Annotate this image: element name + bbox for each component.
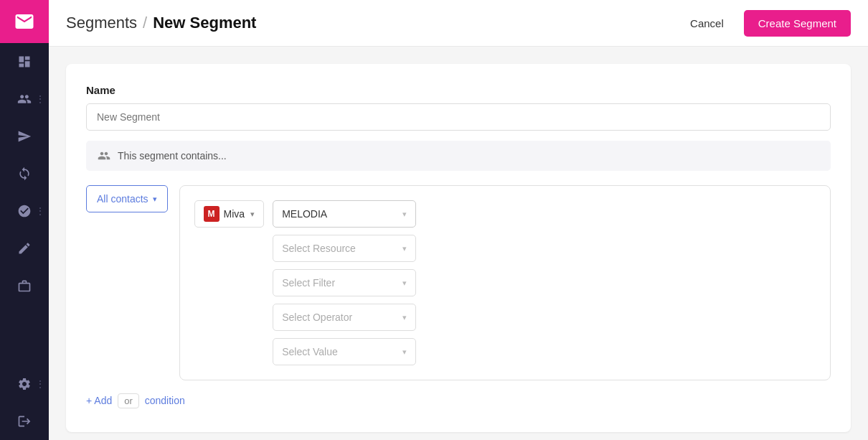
resource-chevron-icon: ▾ [402,244,407,253]
name-label: Name [86,84,831,96]
add-button[interactable]: + Add [86,392,112,409]
or-badge: or [118,393,139,408]
sidebar-item-integrations[interactable]: ⋮ [0,192,49,230]
integration-chevron-icon: ▾ [250,210,255,219]
create-segment-button[interactable]: Create Segment [744,10,851,37]
automations-icon [17,167,32,181]
products-icon [17,278,32,293]
page-header: Segments / New Segment Cancel Create Seg… [49,0,868,47]
filter-placeholder: Select Filter [282,277,335,289]
condition-link[interactable]: condition [145,395,185,406]
all-contacts-label: All contacts [97,193,148,205]
email-icon [14,11,35,32]
logout-icon [17,414,32,429]
filter-chevron-icon: ▾ [402,278,407,288]
integration-name: Miva [224,208,245,220]
dropdowns-stack: MELODIA ▾ Select Resource ▾ Select Filte… [273,200,416,365]
condition-box: M Miva ▾ MELODIA ▾ Se [179,185,831,380]
send-icon [17,129,32,144]
sidebar-item-logout[interactable] [0,403,49,440]
add-condition-row: + Add or condition [86,392,831,409]
main-content: Segments / New Segment Cancel Create Seg… [49,0,868,440]
miva-logo-icon: M [204,206,220,222]
melodia-value: MELODIA [282,208,327,220]
value-placeholder: Select Value [282,346,338,357]
breadcrumb-parent: Segments [66,14,137,32]
value-chevron-icon: ▾ [402,347,407,357]
contacts-dots: ⋮ [36,94,44,104]
melodia-dropdown[interactable]: MELODIA ▾ [273,200,416,228]
resource-placeholder: Select Resource [282,243,356,254]
header-actions: Cancel Create Segment [681,10,851,37]
group-icon [98,149,110,162]
forms-icon [17,241,32,256]
sidebar-item-campaigns[interactable] [0,118,49,155]
segment-contains-row: This segment contains... [86,141,831,171]
page-content: Name This segment contains... All contac… [49,47,868,440]
breadcrumb-separator: / [143,14,147,32]
segment-card: Name This segment contains... All contac… [66,64,851,432]
breadcrumb-current: New Segment [153,14,256,32]
all-contacts-chevron-icon: ▾ [153,195,157,204]
breadcrumb: Segments / New Segment [66,14,681,32]
contacts-icon [17,92,32,106]
condition-area: All contacts ▾ M Miva ▾ [86,185,831,380]
integration-selector[interactable]: M Miva ▾ [194,200,265,228]
name-input[interactable] [86,103,831,131]
operator-placeholder: Select Operator [282,312,352,323]
operator-chevron-icon: ▾ [402,313,407,322]
settings-dots: ⋮ [36,379,44,389]
settings-icon [17,377,32,391]
cancel-button[interactable]: Cancel [681,11,732,35]
integrations-dots: ⋮ [36,206,44,216]
sidebar-item-dashboard[interactable] [0,43,49,80]
sidebar-item-products[interactable] [0,267,49,304]
dashboard-icon [17,55,32,69]
sidebar-item-settings[interactable]: ⋮ [0,365,49,403]
sidebar: ⋮ ⋮ ⋮ [0,0,49,440]
filter-dropdown[interactable]: Select Filter ▾ [273,269,416,296]
sidebar-item-automations[interactable] [0,155,49,192]
value-dropdown[interactable]: Select Value ▾ [273,338,416,365]
sidebar-logo [0,0,49,43]
integrations-icon [17,204,32,218]
sidebar-item-contacts[interactable]: ⋮ [0,80,49,118]
operator-dropdown[interactable]: Select Operator ▾ [273,304,416,331]
resource-dropdown[interactable]: Select Resource ▾ [273,235,416,262]
segment-contains-text: This segment contains... [118,150,227,162]
melodia-chevron-icon: ▾ [402,210,407,219]
sidebar-item-forms[interactable] [0,230,49,267]
all-contacts-button[interactable]: All contacts ▾ [86,185,168,212]
